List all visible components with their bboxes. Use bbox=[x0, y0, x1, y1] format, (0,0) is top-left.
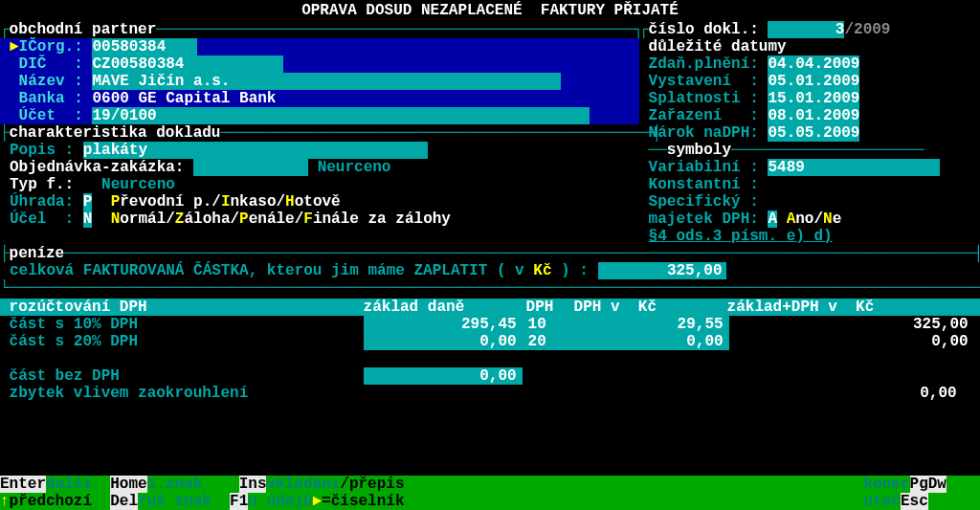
key-esc[interactable]: Esc bbox=[901, 493, 928, 510]
key-home[interactable]: Home bbox=[110, 476, 146, 493]
banka-label: Banka : bbox=[19, 90, 83, 107]
dph-header-row: rozúčtování DPHzáklad daněDPHDPH v Kčzák… bbox=[0, 299, 980, 316]
maj-label: majetek DPH: bbox=[649, 211, 759, 228]
key-pgdw[interactable]: PgDw bbox=[910, 476, 947, 493]
uhrada-field[interactable]: P bbox=[83, 193, 93, 211]
narok-field[interactable]: 05.05.2009 bbox=[768, 124, 859, 142]
splat-label: Splatnosti : bbox=[649, 90, 759, 107]
banka-field: 0600 GE Capital Bank bbox=[92, 90, 276, 107]
key-up[interactable]: ↑ bbox=[0, 493, 10, 510]
doc-num[interactable]: 3 bbox=[768, 21, 844, 38]
dph-row-none: část bez DPH0,00 bbox=[0, 367, 980, 385]
popis-field[interactable]: plakáty bbox=[83, 142, 428, 159]
doc-label: číslo dokl.: bbox=[649, 21, 759, 38]
total-field[interactable]: 325,00 bbox=[598, 262, 726, 279]
uhrada-label: Úhrada: bbox=[10, 193, 74, 211]
typ-value: Neurceno bbox=[101, 176, 175, 193]
dph-row-10: část s 10% DPH295,451029,55325,00 bbox=[0, 316, 980, 333]
icorg-field[interactable]: 00580384 bbox=[92, 38, 197, 55]
nazev-label: Název : bbox=[19, 73, 83, 90]
obj-code[interactable] bbox=[193, 159, 308, 176]
r2-base[interactable]: 0,00 bbox=[364, 333, 523, 350]
zdan-label: Zdaň.plnění: bbox=[649, 55, 759, 73]
dic-field[interactable]: CZ00580384 bbox=[92, 55, 283, 73]
r1-rate[interactable]: 10 bbox=[523, 316, 570, 333]
obj-value: Neurceno bbox=[318, 159, 391, 176]
var-field[interactable]: 5489 bbox=[768, 159, 940, 176]
r1-base[interactable]: 295,45 bbox=[364, 316, 523, 333]
spec-label: Specifický : bbox=[649, 193, 759, 211]
zaraz-label: Zařazení : bbox=[649, 107, 759, 124]
narok-label: Nárok naDPH: bbox=[649, 124, 759, 142]
ucet-label: Účet : bbox=[19, 107, 83, 124]
section-char: charakteristika dokladu bbox=[10, 124, 221, 142]
section-partner: obchodní partner bbox=[10, 21, 157, 38]
vyst-field[interactable]: 05.01.2009 bbox=[768, 73, 859, 90]
ucel-label: Účel : bbox=[10, 211, 74, 228]
zdan-field[interactable]: 04.04.2009 bbox=[768, 55, 859, 73]
splat-field[interactable]: 15.01.2009 bbox=[768, 90, 859, 107]
ucel-field[interactable]: N bbox=[83, 211, 93, 228]
total-label: celková FAKTUROVANÁ ČÁSTKA, kterou jim m… bbox=[10, 262, 533, 279]
nazev-field[interactable]: MAVE Jičín a.s. bbox=[92, 73, 561, 90]
key-f1[interactable]: F1 bbox=[230, 493, 248, 510]
par-link[interactable]: §4_ods.3_písm._e)_d) bbox=[649, 228, 833, 245]
r2-rate[interactable]: 20 bbox=[523, 333, 570, 350]
typ-label: Typ f.: bbox=[10, 176, 74, 193]
r1-dph[interactable]: 29,55 bbox=[570, 316, 729, 333]
key-del[interactable]: Del bbox=[110, 493, 138, 510]
footer-bar: Enterdalší Home1.znak Insvkládání/přepis… bbox=[0, 476, 980, 510]
section-dates: důležité datumy bbox=[649, 38, 787, 55]
maj-field[interactable]: A bbox=[768, 211, 777, 228]
r3-base[interactable]: 0,00 bbox=[364, 367, 523, 385]
section-symbols: symboly bbox=[667, 142, 731, 159]
dic-label: DIČ : bbox=[19, 55, 83, 73]
ucet-field[interactable]: 19/0100 bbox=[92, 107, 590, 124]
key-ins[interactable]: Ins bbox=[239, 476, 267, 493]
section-money: peníze bbox=[10, 245, 65, 262]
icorg-label: IČorg.: bbox=[19, 38, 83, 55]
kon-label: Konstantní : bbox=[649, 176, 759, 193]
var-label: Variabilní : bbox=[649, 159, 759, 176]
doc-year: /2009 bbox=[844, 21, 890, 38]
r2-dph[interactable]: 0,00 bbox=[570, 333, 729, 350]
vyst-label: Vystavení : bbox=[649, 73, 759, 90]
popis-label: Popis : bbox=[10, 142, 74, 159]
zaraz-field[interactable]: 08.01.2009 bbox=[768, 107, 859, 124]
page-title: OPRAVA DOSUD NEZAPLACENÉ FAKTURY PŘIJATÉ bbox=[0, 0, 980, 21]
obj-label: Objednávka-zakázka: bbox=[10, 159, 184, 176]
dph-row-20: část s 20% DPH0,00200,000,00 bbox=[0, 333, 980, 350]
key-enter[interactable]: Enter bbox=[0, 476, 46, 493]
dph-row-round: zbytek vlivem zaokrouhlení 0,00 bbox=[0, 385, 980, 402]
